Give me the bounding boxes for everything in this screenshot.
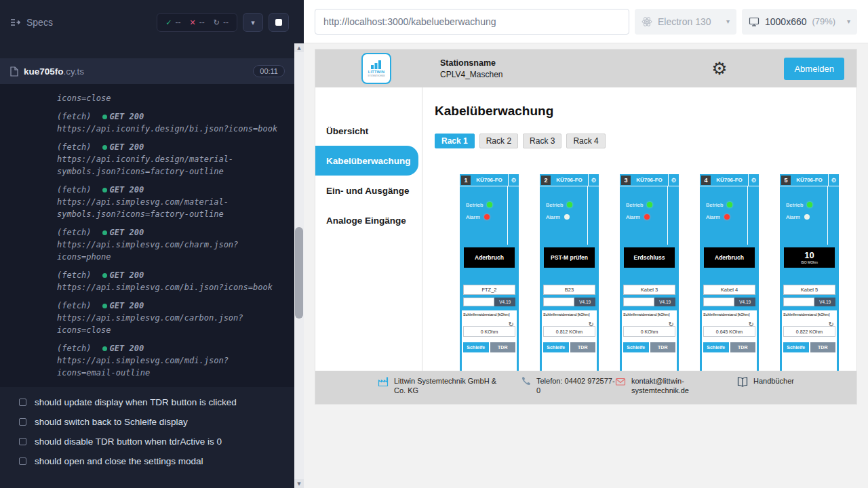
stop-button[interactable] [269,13,289,32]
device-title: KÜ706-FO [791,177,828,183]
tdr-button[interactable]: TDR [650,342,676,352]
log-entry[interactable]: (fetch) GET 200 https://api.simplesvg.co… [57,226,285,263]
test-title: should open and close the settings modal [35,456,203,466]
blank-field [463,298,494,306]
runner-panel: http://localhost:3000/kabelueberwachung … [304,0,868,488]
cable-name-field[interactable]: Kabel 4 [703,285,755,295]
specs-label: Specs [26,17,53,28]
betrieb-led-icon [807,202,812,207]
schleife-button[interactable]: Schleife [463,342,489,352]
fetch-label: (fetch) [57,270,92,280]
refresh-icon[interactable]: ↻ [749,321,754,328]
card-gear-icon[interactable]: ⚙ [828,174,839,186]
app-main: Kabelüberwachung Rack 1 Rack 2 Rack 3 Ra… [422,87,856,371]
firmware-version: V4.19 [574,298,595,306]
test-title: should switch back to Schleife display [35,417,188,427]
status-dot-icon [102,145,107,150]
led-section: Betrieb Alarm [780,186,839,220]
rack-tab[interactable]: Rack 3 [523,134,561,148]
slot-number: 4 [701,176,711,185]
tdr-button[interactable]: TDR [730,342,756,352]
status-dot-icon [102,273,107,278]
firmware-version: V4.19 [654,298,675,306]
rack-tab[interactable]: Rack 2 [479,134,518,148]
specs-menu[interactable]: Specs [9,17,53,28]
device-title: KÜ706-FO [631,177,668,183]
email-address[interactable]: kontakt@littwin-systemtechnik.de [631,376,699,395]
scroll-up-button[interactable]: ▲ [294,43,304,52]
log-entry[interactable]: (fetch) GET 200 https://api.iconify.desi… [57,141,285,178]
slot-number: 3 [621,176,631,185]
factory-icon [378,376,389,387]
footer-manuals[interactable]: Handbücher [737,376,794,387]
browser-select[interactable]: Electron 130 ▾ [635,9,736,35]
viewport-size: 1000x660 [765,16,807,27]
version-row: V4.19 [783,298,835,306]
nav-item[interactable]: Übersicht [315,116,422,146]
rack-tab[interactable]: Rack 1 [435,134,475,148]
tdr-button[interactable]: TDR [490,342,516,352]
schleife-button[interactable]: Schleife [623,342,649,352]
schleife-button[interactable]: Schleife [543,342,569,352]
slot-number: 1 [461,176,471,185]
logo-subtext: SYSTEMTECHNIK [368,75,385,77]
tdr-button[interactable]: TDR [810,342,836,352]
refresh-icon[interactable]: ↻ [669,321,674,328]
status-display: 10 ISO MOhm [784,247,835,268]
resistance-label: Schleifenwiderstand [kOhm] [783,312,835,317]
http-status: GET 200 [102,344,144,353]
betrieb-led-icon [727,202,732,207]
fetch-label: (fetch) [57,344,92,353]
scrollbar[interactable]: ▲ ▼ [294,43,304,488]
settings-gear-icon[interactable]: ⚙ [711,60,727,77]
slot-number: 2 [541,176,551,185]
cypress-panel: Specs ✓-- ✕-- ↻-- ▾ kue705fo.cy.ts 00:11 [0,0,304,488]
status-dot-icon [102,230,107,235]
status-text: PST-M prüfen [551,254,588,261]
cards-row: 1 KÜ706-FO ⚙ Betrieb Alarm Aderbruch FTZ… [460,174,856,371]
logout-button[interactable]: Abmelden [784,58,844,80]
card-gear-icon[interactable]: ⚙ [588,174,599,186]
refresh-icon[interactable]: ↻ [509,321,514,328]
nav-item[interactable]: Ein- und Ausgänge [315,176,422,205]
card-gear-icon[interactable]: ⚙ [508,174,519,186]
screen: Specs ✓-- ✕-- ↻-- ▾ kue705fo.cy.ts 00:11 [0,0,868,488]
scroll-down-button[interactable]: ▼ [294,479,304,488]
alarm-led-icon [564,214,570,220]
cable-name-field[interactable]: FTZ_2 [463,285,515,295]
card-header: 5 KÜ706-FO ⚙ [780,174,839,186]
url-input[interactable]: http://localhost:3000/kabelueberwachung [315,9,629,35]
log-url-continued[interactable]: icons=close [57,92,285,104]
test-item[interactable]: should open and close the settings modal [0,451,294,471]
card-gear-icon[interactable]: ⚙ [668,174,679,186]
schleife-button[interactable]: Schleife [703,342,729,352]
nav-item[interactable]: Analoge Eingänge [315,205,422,235]
refresh-icon[interactable]: ↻ [589,321,594,328]
log-entry[interactable]: (fetch) GET 200 https://api.iconify.desi… [57,110,285,135]
spec-header[interactable]: kue705fo.cy.ts 00:11 [0,58,294,84]
rack-tab[interactable]: Rack 4 [566,134,605,148]
firmware-version: V4.19 [734,298,755,306]
card-divider [507,186,508,245]
log-entry[interactable]: (fetch) GET 200 https://api.simplesvg.co… [57,342,285,379]
log-entry[interactable]: (fetch) GET 200 https://api.simplesvg.co… [57,184,285,220]
collapse-button[interactable]: ▾ [243,13,263,32]
schleife-button[interactable]: Schleife [783,342,809,352]
test-item[interactable]: should disable TDR button when tdrActive… [0,432,294,451]
refresh-icon[interactable]: ↻ [829,321,834,328]
test-item[interactable]: should switch back to Schleife display [0,412,294,432]
viewport-select[interactable]: 1000x660 (79%) ▾ [742,9,857,35]
status-display: Aderbruch [704,247,755,268]
card-gear-icon[interactable]: ⚙ [748,174,759,186]
log-entry[interactable]: (fetch) GET 200 https://api.simplesvg.co… [57,300,285,336]
log-entry[interactable]: (fetch) GET 200 https://api.simplesvg.co… [57,269,285,293]
cable-name-field[interactable]: B23 [543,285,595,295]
test-state-icon [19,458,26,465]
tdr-button[interactable]: TDR [570,342,596,352]
nav-item[interactable]: Kabelüberwachung [315,146,418,176]
littwin-logo: LITTWIN SYSTEMTECHNIK [361,53,391,84]
cable-name-field[interactable]: Kabel 5 [783,285,835,295]
test-item[interactable]: should update display when TDR button is… [0,392,294,412]
scroll-thumb[interactable] [295,227,303,319]
cable-name-field[interactable]: Kabel 3 [623,285,675,295]
